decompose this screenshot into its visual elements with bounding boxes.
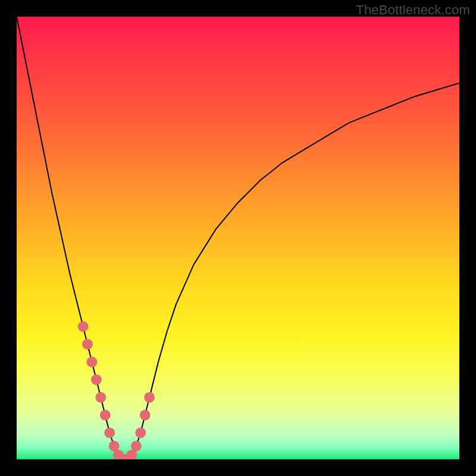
chart-frame: TheBottleneck.com [0, 0, 476, 476]
curve-marker [104, 427, 115, 438]
curve-marker [100, 410, 111, 421]
watermark-label: TheBottleneck.com [356, 2, 470, 18]
curve-marker [78, 321, 89, 332]
curve-marker [95, 392, 106, 403]
curve-marker [91, 374, 102, 385]
chart-plot [17, 17, 459, 459]
curve-marker [144, 392, 155, 403]
chart-background-gradient [17, 17, 459, 459]
curve-marker [140, 410, 151, 421]
curve-marker [87, 356, 98, 367]
curve-marker [135, 427, 146, 438]
curve-marker [131, 441, 142, 452]
curve-marker [82, 339, 93, 350]
